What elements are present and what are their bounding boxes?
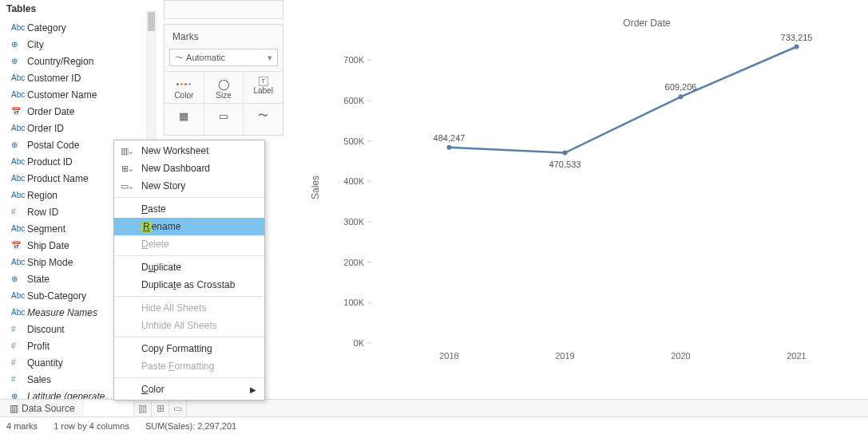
field-order-date[interactable]: 📅Order Date bbox=[6, 103, 145, 120]
data-source-icon: ▥ bbox=[10, 403, 18, 414]
field-customer-id[interactable]: AbcCustomer ID bbox=[6, 69, 145, 86]
svg-text:100K: 100K bbox=[343, 298, 364, 307]
menu-label: Delete bbox=[141, 239, 169, 250]
field-type-icon: Abc bbox=[11, 258, 27, 266]
menu-new-worksheet[interactable]: ▥₊New Worksheet bbox=[114, 142, 264, 160]
chart-view: Order Date Sales 0K100K200K300K400K500K6… bbox=[303, 0, 868, 399]
menu-paste[interactable]: Paste bbox=[114, 200, 264, 218]
svg-text:2021: 2021 bbox=[787, 351, 806, 361]
field-type-icon: ⊕ bbox=[11, 140, 27, 149]
marks-color-button[interactable]: Color bbox=[164, 72, 204, 103]
marks-label-button[interactable]: T Label bbox=[244, 72, 283, 103]
data-source-tab[interactable]: ▥ Data Source bbox=[0, 403, 85, 414]
marks-path-button[interactable]: 〜 bbox=[244, 104, 283, 135]
new-dashboard-tab-button[interactable]: ⊞ bbox=[152, 400, 169, 416]
color-icon bbox=[164, 77, 204, 91]
marks-tooltip-button[interactable]: ▭ bbox=[204, 104, 244, 135]
field-label: Customer ID bbox=[27, 73, 81, 84]
svg-text:0K: 0K bbox=[354, 338, 365, 348]
field-type-icon: Abc bbox=[11, 174, 27, 183]
field-type-icon: # bbox=[11, 358, 27, 367]
menu-label: Unhide All Sheets bbox=[141, 320, 217, 331]
story-icon: ▭₊ bbox=[121, 181, 133, 191]
data-point[interactable] bbox=[795, 45, 799, 49]
field-type-icon: Abc bbox=[11, 90, 27, 99]
detail-icon: ▦ bbox=[164, 108, 204, 123]
menu-duplicate[interactable]: Duplicate bbox=[114, 258, 264, 276]
data-label: 733,215 bbox=[781, 33, 813, 42]
field-label: Category bbox=[27, 22, 66, 34]
menu-label: Paste bbox=[141, 203, 166, 215]
data-pane-scroll-thumb[interactable] bbox=[148, 12, 155, 31]
menu-label: Copy Formatting bbox=[141, 343, 212, 354]
field-label: Product Name bbox=[27, 173, 89, 184]
path-icon: 〜 bbox=[244, 108, 283, 123]
chart-svg: 0K100K200K300K400K500K600K700K2018201920… bbox=[335, 32, 846, 367]
chart-title: Order Date bbox=[447, 18, 846, 29]
menu-new-dashboard[interactable]: ⊞₊New Dashboard bbox=[114, 160, 264, 177]
svg-text:300K: 300K bbox=[343, 217, 364, 227]
field-type-icon: ⊕ bbox=[11, 274, 27, 283]
size-icon: ◯ bbox=[204, 77, 244, 91]
data-point[interactable] bbox=[679, 94, 684, 99]
mark-type-label: Automatic bbox=[186, 53, 225, 62]
menu-label: Duplicate as Crosstab bbox=[141, 279, 235, 290]
status-sum: SUM(Sales): 2,297,201 bbox=[145, 421, 236, 431]
worksheet-icon: ▥₊ bbox=[121, 146, 133, 156]
menu-copy-formatting[interactable]: Copy Formatting bbox=[114, 340, 264, 357]
field-type-icon: Abc bbox=[11, 224, 27, 233]
shelves-panel: Marks 〜 Automatic ▾ Color ◯ Size T Label… bbox=[164, 0, 283, 140]
data-label: 484,247 bbox=[434, 133, 466, 143]
marks-title: Marks bbox=[164, 25, 283, 49]
field-type-icon: Abc bbox=[11, 191, 27, 199]
field-customer-name[interactable]: AbcCustomer Name bbox=[6, 86, 145, 103]
submenu-arrow-icon: ▶ bbox=[250, 385, 256, 394]
new-story-tab-button[interactable]: ▭ bbox=[169, 400, 187, 416]
marks-detail-button[interactable]: ▦ bbox=[164, 104, 204, 135]
field-type-icon: 📅 bbox=[11, 241, 27, 250]
menu-color[interactable]: Color▶ bbox=[114, 381, 264, 398]
field-city[interactable]: ⊕City bbox=[6, 36, 145, 53]
menu-new-story[interactable]: ▭₊New Story bbox=[114, 177, 264, 195]
field-label: Order ID bbox=[27, 123, 64, 134]
field-label: Measure Names bbox=[27, 307, 97, 318]
label-icon: T bbox=[259, 77, 268, 86]
data-label: 609,206 bbox=[665, 82, 697, 92]
menu-label: Rename bbox=[141, 221, 180, 232]
mark-type-dropdown[interactable]: 〜 Automatic ▾ bbox=[169, 49, 278, 66]
svg-text:500K: 500K bbox=[343, 136, 364, 146]
series-line bbox=[450, 47, 797, 153]
sheet-tab[interactable]: Sheet 1 bbox=[85, 400, 134, 416]
menu-duplicate-as-crosstab[interactable]: Duplicate as Crosstab bbox=[114, 276, 264, 294]
field-type-icon: Abc bbox=[11, 73, 27, 82]
y-axis-label: Sales bbox=[310, 176, 321, 199]
field-label: Row ID bbox=[27, 207, 58, 218]
field-country-region[interactable]: ⊕Country/Region bbox=[6, 53, 145, 69]
field-label: City bbox=[27, 39, 44, 50]
field-type-icon: ⊕ bbox=[11, 40, 27, 49]
field-type-icon: # bbox=[11, 325, 27, 333]
menu-rename[interactable]: Rename bbox=[114, 218, 264, 235]
field-label: Discount bbox=[27, 324, 65, 335]
field-category[interactable]: AbcCategory bbox=[6, 19, 145, 36]
filter-shelf[interactable] bbox=[164, 0, 283, 19]
data-point[interactable] bbox=[563, 151, 568, 156]
status-marks: 4 marks bbox=[6, 421, 38, 431]
data-point[interactable] bbox=[447, 145, 452, 150]
menu-label: Color bbox=[141, 384, 164, 395]
field-type-icon: Abc bbox=[11, 124, 27, 132]
menu-label: Duplicate bbox=[141, 262, 181, 273]
svg-text:2020: 2020 bbox=[671, 351, 690, 361]
field-label: Sub-Category bbox=[27, 290, 86, 302]
field-label: Ship Date bbox=[27, 240, 69, 251]
field-type-icon: Abc bbox=[11, 157, 27, 166]
status-rows: 1 row by 4 columns bbox=[54, 421, 129, 431]
status-bar: 4 marks 1 row by 4 columns SUM(Sales): 2… bbox=[0, 416, 868, 434]
new-worksheet-tab-button[interactable]: ▥ bbox=[134, 400, 152, 416]
field-order-id[interactable]: AbcOrder ID bbox=[6, 120, 145, 136]
marks-size-button[interactable]: ◯ Size bbox=[204, 72, 244, 103]
field-type-icon: # bbox=[11, 207, 27, 216]
svg-text:2019: 2019 bbox=[555, 351, 574, 361]
field-label: State bbox=[27, 274, 50, 285]
field-label: Segment bbox=[27, 223, 65, 235]
